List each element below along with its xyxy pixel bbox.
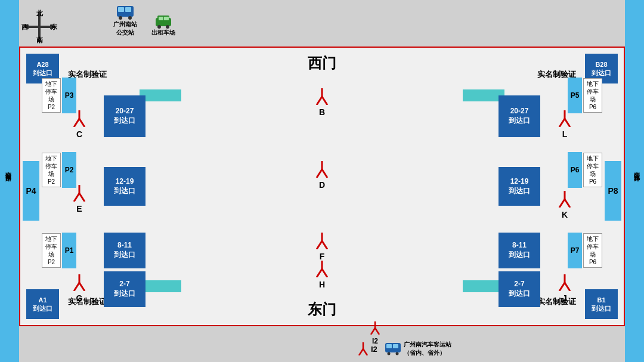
p1-underground: 地下停车场P2 [42,233,61,268]
svg-rect-7 [118,7,124,12]
right-mid-block: 12-19 到达口 [499,167,540,206]
svg-line-36 [74,283,79,291]
compass-east: 东 [51,23,57,32]
p6-area: 地下停车场P6 P6 [568,152,602,188]
p1-area: 地下停车场P2 P1 [42,233,76,268]
p7-area: 地下停车场P6 P7 [568,233,602,268]
gate-H-label: H [315,280,329,289]
p7-underground: 地下停车场P6 [583,233,602,268]
svg-point-10 [128,16,132,20]
gate-B-label: B [315,107,329,117]
gate-E-label: E [73,204,86,214]
road-left [0,0,19,362]
legend-bus-label: 广州南汽车客运站 （省内、省外） [404,341,451,357]
east-gate-label: 东门 [308,300,336,319]
svg-line-31 [79,119,85,127]
p6-label: P6 [568,152,582,188]
taxi-station: 出租车场 [151,13,175,37]
page-wrapper: 北 南 西 东 广州南站 公交站 [0,0,644,362]
gate-G-label: G [73,293,86,303]
svg-line-39 [559,119,565,127]
svg-rect-13 [159,17,163,20]
right-lower2-block: 2-7 到达口 [499,271,540,307]
gate-K: K [558,191,571,219]
svg-line-43 [565,199,570,208]
svg-line-46 [565,283,570,291]
legend-bus: 广州南汽车客运站 （省内、省外） [385,341,451,357]
right-upper-block: 20-27 到达口 [499,95,540,137]
gate-L: L [558,110,571,139]
gate-G: G [73,274,86,303]
svg-line-30 [74,119,79,127]
svg-line-27 [317,269,322,277]
road-left-label: 南站南路 [4,167,12,172]
svg-rect-14 [164,17,169,20]
svg-line-48 [359,349,363,355]
bus-station-label: 广州南站 公交站 [113,20,137,37]
svg-line-34 [79,193,85,202]
gate-E: E [73,185,86,214]
gate-C-label: C [73,129,86,139]
p5-area: 地下停车场P6 P5 [568,78,602,113]
svg-line-28 [322,269,327,277]
svg-line-21 [317,169,322,178]
gate-C: C [73,110,86,139]
svg-line-56 [371,328,375,335]
compass-west: 西 [21,23,28,32]
legend-gate-label: I2 [371,345,377,354]
gate-I2: I2 [370,321,380,345]
p3-area: 地下停车场P2 P3 [42,78,76,113]
svg-line-18 [317,97,322,105]
gate-K-label: K [558,210,571,219]
svg-line-19 [322,97,327,105]
gate-F-label: F [315,252,329,261]
svg-line-40 [565,119,570,127]
teal-bottom-left [140,280,181,292]
compass-south: 南 [36,36,43,45]
p5-underground: 地下停车场P6 [583,78,602,113]
taxi-label: 出租车场 [151,29,175,37]
svg-line-57 [375,328,379,335]
p6-underground: 地下停车场P6 [583,153,602,187]
bus-station: 广州南站 公交站 [113,5,137,37]
svg-line-49 [363,349,367,355]
compass-north: 北 [36,9,43,18]
right-lower1-block: 8-11 到达口 [499,233,540,268]
a1-block: A1 到达口 [26,289,59,319]
svg-rect-8 [125,7,131,12]
svg-line-25 [322,241,327,249]
gate-B: B [315,88,329,117]
top-stations: 广州南站 公交站 出租车场 [113,5,175,37]
gate-F: F [315,233,329,261]
gate-H: H [315,261,329,289]
svg-line-33 [74,193,79,202]
gate-L-label: L [558,129,571,139]
p1-label: P1 [62,233,76,268]
gate-D-label: D [315,180,329,190]
p3-underground: 地下停车场P2 [42,78,61,113]
gate-I2-label: I2 [370,337,380,345]
svg-line-22 [322,169,327,178]
p2-underground: 地下停车场P2 [42,153,61,187]
gate-J-label: J [558,293,571,303]
p2-label: P2 [62,152,76,188]
svg-line-42 [559,199,565,208]
svg-point-54 [395,352,398,355]
svg-point-9 [119,16,122,20]
gate-J: J [558,274,571,303]
left-lower2-block: 2-7 到达口 [104,271,145,307]
svg-rect-51 [386,344,392,348]
p8-label: P8 [605,161,621,221]
p5-label: P5 [568,78,582,113]
p7-label: P7 [568,233,582,268]
p3-label: P3 [62,78,76,113]
svg-line-24 [317,241,322,249]
compass: 北 南 西 东 [21,9,57,45]
left-upper-block: 20-27 到达口 [104,95,145,137]
svg-point-53 [387,352,390,355]
left-mid-block: 12-19 到达口 [104,167,145,206]
svg-line-37 [79,283,85,291]
p2-area: 地下停车场P2 P2 [42,152,76,188]
svg-line-45 [559,283,565,291]
svg-rect-52 [393,344,398,348]
